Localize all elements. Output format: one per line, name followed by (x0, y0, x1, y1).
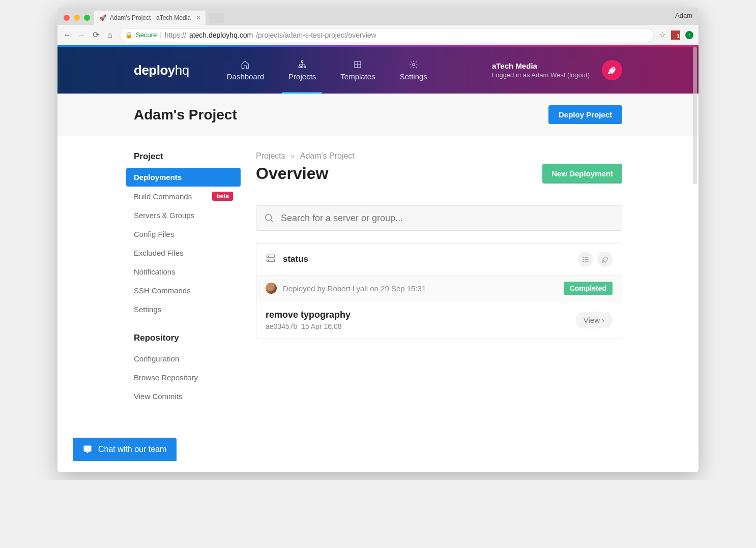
url-scheme: https:// (165, 31, 186, 39)
window-controls[interactable] (62, 15, 94, 25)
nav-templates[interactable]: Templates (328, 47, 387, 94)
top-nav: Dashboard Projects Templates Settings (215, 47, 440, 94)
nav-dashboard[interactable]: Dashboard (215, 47, 276, 94)
main-panel: Projects » Adam's Project Overview New D… (256, 151, 622, 406)
org-name: aTech Media (492, 62, 590, 70)
svg-rect-1 (299, 66, 300, 68)
page-viewport: deployhq Dashboard Projects Templates S (57, 45, 699, 472)
commit-title: remove typography (266, 310, 351, 320)
tab-favicon-icon: 🚀 (99, 14, 107, 21)
page-heading: Overview (256, 164, 328, 183)
close-tab-icon[interactable]: × (197, 14, 200, 21)
deploy-icon-button[interactable] (597, 252, 613, 267)
rocket-badge[interactable] (602, 60, 622, 80)
svg-point-11 (268, 260, 269, 261)
project-title: Adam's Project (134, 107, 237, 123)
chevron-right-icon: » (290, 151, 295, 161)
title-bar: Adam's Project Deploy Project (57, 94, 699, 136)
status-badge: Completed (564, 282, 613, 295)
sidebar-heading-project: Project (126, 151, 241, 168)
bookmark-star-icon[interactable]: ☆ (659, 30, 666, 40)
commit-meta: ae03457b 15 Apr 16:08 (266, 322, 351, 330)
svg-point-5 (413, 63, 415, 66)
close-window-icon[interactable] (64, 15, 70, 21)
sidebar: Project Deployments Build Commands beta … (126, 151, 241, 406)
content: Project Deployments Build Commands beta … (57, 136, 699, 406)
browser-tab[interactable]: 🚀 Adam's Project - aTech Media × (94, 11, 206, 25)
scrollbar[interactable] (693, 47, 697, 184)
lock-icon: 🔒 (125, 32, 133, 39)
secure-label: Secure (136, 31, 157, 39)
crumb-current: Adam's Project (300, 151, 355, 161)
back-icon[interactable]: ← (63, 31, 72, 40)
app-header: deployhq Dashboard Projects Templates S (57, 47, 699, 94)
avatar (266, 283, 277, 294)
list-icon (582, 256, 590, 263)
address-bar[interactable]: 🔒 Secure | https://atech.deployhq.com/pr… (120, 28, 654, 42)
extension-icon-2[interactable]: ↑ (685, 31, 693, 39)
nav-settings[interactable]: Settings (388, 47, 440, 94)
extension-icon[interactable]: 1 (671, 31, 680, 40)
view-button[interactable]: View › (575, 312, 613, 328)
crumb-projects[interactable]: Projects (256, 151, 285, 161)
browser-window: 🚀 Adam's Project - aTech Media × Adam ← … (57, 8, 699, 472)
gear-icon (409, 60, 418, 69)
logo[interactable]: deployhq (134, 63, 189, 78)
url-path: /projects/adam-s-test-project/overview (256, 31, 376, 39)
new-tab-button[interactable] (209, 13, 224, 23)
search-icon (264, 212, 275, 224)
logout-link[interactable]: logout (569, 71, 587, 79)
beta-badge: beta (212, 192, 233, 201)
svg-point-14 (583, 261, 583, 261)
grid-icon (353, 60, 362, 69)
sidebar-item-excluded-files[interactable]: Excluded Files (126, 243, 241, 262)
chat-icon (83, 445, 92, 454)
maximize-window-icon[interactable] (84, 15, 90, 21)
tab-title: Adam's Project - aTech Media (110, 14, 191, 21)
svg-point-13 (583, 259, 583, 259)
sidebar-item-settings[interactable]: Settings (126, 300, 241, 319)
new-deployment-button[interactable]: New Deployment (542, 164, 622, 184)
browser-toolbar: ← → ⟳ ⌂ 🔒 Secure | https://atech.deployh… (57, 25, 699, 45)
rocket-icon (601, 256, 609, 263)
rocket-icon (607, 65, 617, 75)
breadcrumb: Projects » Adam's Project (256, 151, 622, 161)
url-host: atech.deployhq.com (189, 31, 253, 39)
sidebar-item-browse-repo[interactable]: Browse Repository (126, 368, 241, 387)
nav-projects[interactable]: Projects (276, 47, 328, 94)
reload-icon[interactable]: ⟳ (91, 30, 100, 40)
sidebar-heading-repository: Repository (126, 333, 241, 349)
server-card: status Deployed by Robert Lyall o (256, 243, 622, 339)
sidebar-item-view-commits[interactable]: View Commits (126, 387, 241, 406)
org-block: aTech Media Logged in as Adam West (logo… (492, 62, 590, 79)
home-icon (241, 60, 250, 69)
list-icon-button[interactable] (578, 252, 593, 267)
svg-point-7 (266, 215, 272, 221)
home-icon[interactable]: ⌂ (105, 31, 114, 40)
search-input[interactable] (281, 213, 615, 224)
deploy-project-button[interactable]: Deploy Project (548, 105, 622, 124)
svg-point-12 (583, 257, 583, 258)
browser-tab-strip: 🚀 Adam's Project - aTech Media × Adam (57, 8, 699, 25)
sidebar-item-configuration[interactable]: Configuration (126, 349, 241, 368)
sidebar-item-servers[interactable]: Servers & Groups (126, 206, 241, 225)
chevron-right-icon: › (602, 316, 604, 324)
sidebar-item-build-commands[interactable]: Build Commands beta (126, 187, 241, 206)
sidebar-item-deployments[interactable]: Deployments (126, 168, 241, 187)
svg-rect-0 (302, 60, 303, 62)
minimize-window-icon[interactable] (74, 15, 80, 21)
sidebar-item-notifications[interactable]: Notifications (126, 262, 241, 281)
sidebar-item-config-files[interactable]: Config Files (126, 225, 241, 243)
svg-rect-3 (304, 66, 306, 68)
chat-widget[interactable]: Chat with our team (73, 438, 177, 461)
sitemap-icon (298, 60, 307, 69)
svg-point-10 (268, 256, 269, 256)
sidebar-item-ssh-commands[interactable]: SSH Commands (126, 281, 241, 300)
server-name: status (283, 254, 308, 264)
svg-rect-2 (302, 66, 303, 68)
login-line: Logged in as Adam West (logout) (492, 71, 590, 79)
forward-icon: → (77, 31, 86, 40)
server-icon (266, 253, 276, 265)
browser-profile[interactable]: Adam (675, 12, 692, 19)
search-box[interactable] (256, 205, 622, 231)
